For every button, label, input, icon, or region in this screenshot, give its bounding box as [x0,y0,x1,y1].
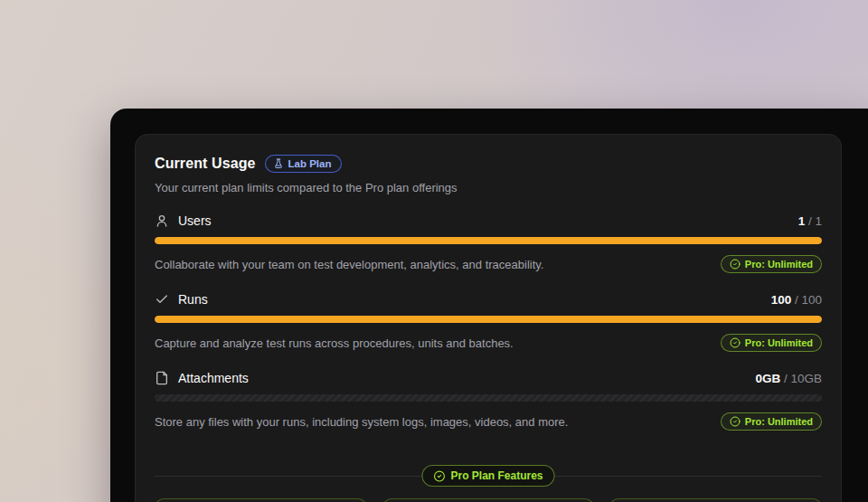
app-window: Current Usage Lab Plan Your current plan… [110,109,868,502]
user-icon [155,213,169,228]
usage-description: Store any files with your runs, includin… [155,415,568,429]
usage-row-runs: Runs 100 / 100 Capture and analyze test … [155,292,822,352]
usage-description: Capture and analyze test runs across pro… [155,336,514,350]
check-icon [155,292,169,307]
current-usage-card: Current Usage Lab Plan Your current plan… [135,134,842,502]
usage-description: Collaborate with your team on test devel… [155,258,543,271]
usage-row-attachments: Attachments 0GB / 10GB Store any files w… [155,371,822,431]
usage-progressbar [155,316,822,323]
lab-plan-badge-label: Lab Plan [288,158,332,169]
usage-value: 100 / 100 [771,293,822,307]
usage-progressbar [155,394,822,402]
feature-card-multiple-users: Multiple Users Collaborate with your tea… [382,498,595,502]
circle-check-icon [433,470,445,482]
feature-cards: Stations Secure factory deployments Mult… [155,498,822,502]
pro-features-divider: Pro Plan Features [155,465,822,487]
feature-card-priority-support: Priority Support Priority email support … [609,498,822,502]
circle-check-icon [730,259,741,270]
usage-label: Users [178,213,212,228]
circle-check-icon [730,416,741,427]
usage-value: 0GB / 10GB [755,372,822,385]
usage-label: Runs [178,292,208,307]
circle-check-icon [730,337,741,348]
card-subtitle: Your current plan limits compared to the… [155,181,822,194]
flask-icon [273,158,284,169]
pro-unlimited-badge: Pro: Unlimited [721,255,822,273]
usage-row-users: Users 1 / 1 Collaborate with your team o… [155,213,822,273]
page-title: Current Usage [155,156,256,172]
lab-plan-badge: Lab Plan [265,155,342,173]
feature-card-stations: Stations Secure factory deployments [155,498,367,502]
usage-value: 1 / 1 [798,214,822,228]
file-icon [155,371,169,385]
pro-plan-features-badge: Pro Plan Features [421,465,554,487]
usage-label: Attachments [178,371,249,385]
pro-unlimited-badge: Pro: Unlimited [721,334,822,352]
usage-progressbar [155,237,822,244]
card-header: Current Usage Lab Plan [155,155,822,173]
pro-unlimited-badge: Pro: Unlimited [721,412,822,431]
